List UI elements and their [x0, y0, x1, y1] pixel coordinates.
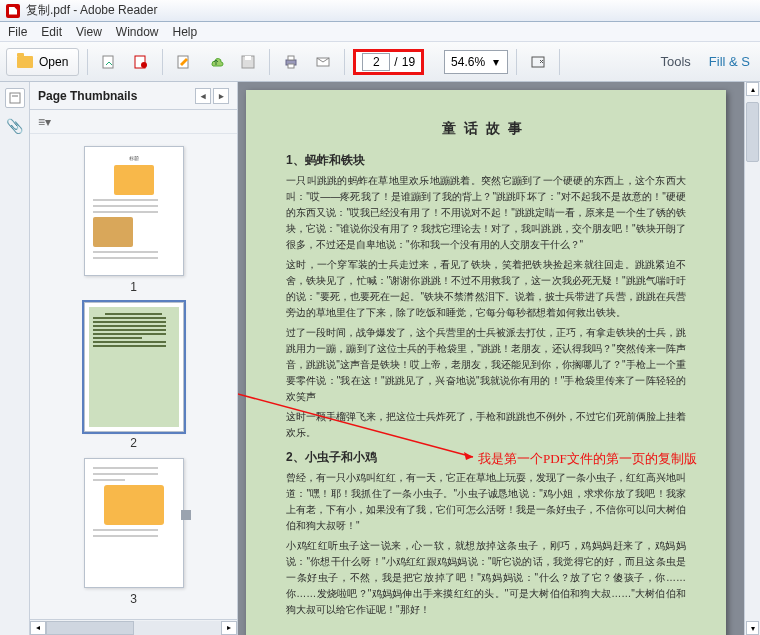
- open-button[interactable]: Open: [6, 48, 79, 76]
- tools-link[interactable]: Tools: [660, 54, 690, 69]
- pane-prev-button[interactable]: ◂: [195, 88, 211, 104]
- thumbnail-page-1[interactable]: 标题 1: [84, 146, 184, 294]
- thumbnails-toolbar: ≡▾: [30, 110, 237, 134]
- document-page: 童话故事 1、蚂蚱和铁块 一只叫跳跳的蚂蚱在草地里欢乐地蹦跳着。突然它蹦到了一个…: [246, 90, 726, 635]
- menu-edit[interactable]: Edit: [41, 25, 62, 39]
- svg-rect-11: [10, 93, 20, 103]
- folder-icon: [17, 56, 33, 68]
- page-current-input[interactable]: [362, 53, 390, 71]
- thumbnail-page-3[interactable]: 3: [84, 458, 184, 606]
- svg-rect-7: [288, 56, 294, 60]
- document-vscroll[interactable]: ▴ ▾: [744, 82, 760, 635]
- thumbnails-options-button[interactable]: ≡▾: [38, 115, 51, 129]
- thumbnail-label-1: 1: [130, 280, 137, 294]
- thumbnails-header: Page Thumbnails ◂ ▸: [30, 82, 237, 110]
- annotation-text: 我是第一个PDF文件的第一页的复制版: [478, 450, 697, 468]
- toolbar: Open / 19 54.6% ▾ Tools Fill & S: [0, 42, 760, 82]
- menu-bar: File Edit View Window Help: [0, 22, 760, 42]
- scroll-thumb[interactable]: [746, 102, 759, 162]
- thumbnails-tab[interactable]: [5, 88, 25, 108]
- selection-grip[interactable]: [181, 510, 191, 520]
- doc-paragraph: 这时，一个穿军装的士兵走过来，看见了铁块，笑着把铁块捡起来就往回走。跳跳紧迫不舍…: [286, 257, 686, 321]
- zoom-box[interactable]: 54.6% ▾: [444, 50, 508, 74]
- document-viewport[interactable]: 童话故事 1、蚂蚱和铁块 一只叫跳跳的蚂蚱在草地里欢乐地蹦跳着。突然它蹦到了一个…: [238, 82, 744, 635]
- svg-rect-5: [245, 56, 251, 60]
- page-total: 19: [402, 55, 415, 69]
- doc-title: 童话故事: [286, 120, 686, 138]
- scroll-up-button[interactable]: ▴: [746, 82, 759, 96]
- doc-heading-1: 1、蚂蚱和铁块: [286, 152, 686, 169]
- save-button[interactable]: [235, 49, 261, 75]
- print-button[interactable]: [278, 49, 304, 75]
- export-pdf-button[interactable]: [96, 49, 122, 75]
- doc-paragraph: 曾经，有一只小鸡叫红红，有一天，它正在草地上玩耍，发现了一条小虫子，红红高兴地叫…: [286, 470, 686, 534]
- create-pdf-button[interactable]: [128, 49, 154, 75]
- read-mode-button[interactable]: [525, 49, 551, 75]
- thumbnails-list: 标题 1: [30, 134, 237, 619]
- workspace: 📎 Page Thumbnails ◂ ▸ ≡▾ 标题 1: [0, 82, 760, 635]
- svg-point-2: [141, 62, 147, 68]
- scroll-left-button[interactable]: ◂: [30, 621, 46, 635]
- doc-paragraph: 小鸡红红听虫子这一说来，心一软，就想放掉这条虫子，刚巧，鸡妈妈赶来了，鸡妈妈说：…: [286, 538, 686, 618]
- page-sep: /: [394, 55, 397, 69]
- window-title: 复制.pdf - Adobe Reader: [26, 2, 157, 19]
- doc-paragraph: 一只叫跳跳的蚂蚱在草地里欢乐地蹦跳着。突然它蹦到了一个硬硬的东西上，这个东西大叫…: [286, 173, 686, 253]
- menu-file[interactable]: File: [8, 25, 27, 39]
- scroll-right-button[interactable]: ▸: [221, 621, 237, 635]
- doc-paragraph: 这时一颗手榴弹飞来，把这位士兵炸死了，手枪和跳跳也不例外，不过它们死前俩脸上挂着…: [286, 409, 686, 441]
- menu-window[interactable]: Window: [116, 25, 159, 39]
- thumbnail-label-3: 3: [130, 592, 137, 606]
- zoom-value: 54.6%: [451, 55, 485, 69]
- doc-paragraph: 过了一段时间，战争爆发了，这个兵营里的士兵被派去打仗，正巧，有拿走铁块的士兵，跳…: [286, 325, 686, 405]
- page-nav-box: / 19: [353, 49, 424, 75]
- menu-help[interactable]: Help: [173, 25, 198, 39]
- chevron-down-icon: ▾: [491, 57, 501, 67]
- nav-rail: 📎: [0, 82, 30, 635]
- thumbnail-page-2[interactable]: 2: [84, 302, 184, 450]
- thumbnails-title: Page Thumbnails: [38, 89, 137, 103]
- pane-next-button[interactable]: ▸: [213, 88, 229, 104]
- thumbnails-pane: Page Thumbnails ◂ ▸ ≡▾ 标题 1: [30, 82, 238, 635]
- adobe-reader-icon: [6, 4, 20, 18]
- title-bar: 复制.pdf - Adobe Reader: [0, 0, 760, 22]
- fill-sign-link[interactable]: Fill & S: [709, 54, 750, 69]
- scroll-down-button[interactable]: ▾: [746, 621, 759, 635]
- cloud-button[interactable]: [203, 49, 229, 75]
- thumbnails-hscroll[interactable]: ◂ ▸: [30, 619, 237, 635]
- svg-rect-0: [103, 56, 113, 68]
- edit-button[interactable]: [171, 49, 197, 75]
- document-area: 童话故事 1、蚂蚱和铁块 一只叫跳跳的蚂蚱在草地里欢乐地蹦跳着。突然它蹦到了一个…: [238, 82, 760, 635]
- email-button[interactable]: [310, 49, 336, 75]
- thumbnail-label-2: 2: [130, 436, 137, 450]
- menu-view[interactable]: View: [76, 25, 102, 39]
- open-label: Open: [39, 55, 68, 69]
- svg-rect-8: [288, 64, 294, 68]
- attachments-tab[interactable]: 📎: [6, 118, 23, 134]
- svg-rect-12: [12, 95, 18, 97]
